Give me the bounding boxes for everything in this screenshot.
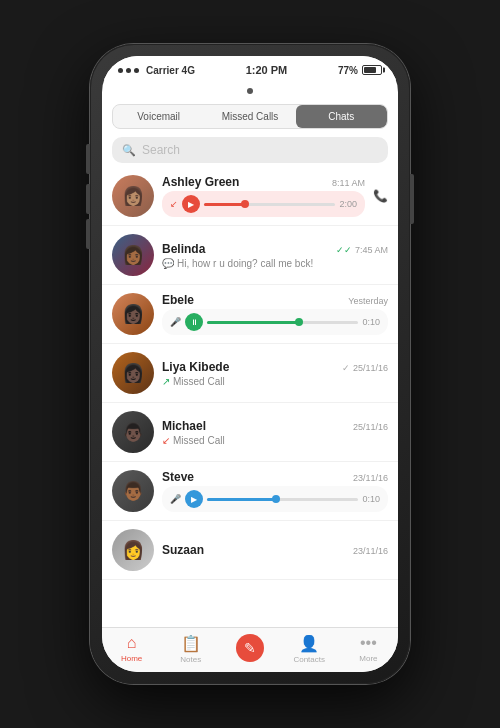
chat-icon-belinda: 💬 bbox=[162, 258, 174, 269]
camera-dot bbox=[247, 88, 253, 94]
status-left: Carrier 4G bbox=[118, 65, 195, 76]
chat-item-steve[interactable]: 👨🏾 Steve 23/11/16 🎤 ▶ 0:10 bbox=[102, 462, 398, 521]
chat-time-ebele: Yesterday bbox=[348, 296, 388, 306]
compose-icon[interactable]: ✎ bbox=[236, 634, 264, 662]
progress-dot-ashley bbox=[241, 200, 249, 208]
chat-item-michael[interactable]: 👨🏿 Michael 25/11/16 ↙ Missed Call bbox=[102, 403, 398, 462]
voice-duration-steve: 0:10 bbox=[362, 494, 380, 504]
more-icon: ••• bbox=[360, 634, 377, 652]
chat-content-belinda: Belinda ✓✓ 7:45 AM 💬 Hi, how r u doing? … bbox=[162, 242, 388, 269]
chat-time-ashley: 8:11 AM bbox=[332, 178, 365, 188]
progress-dot-steve bbox=[272, 495, 280, 503]
chat-time-suzaan: 23/11/16 bbox=[353, 546, 388, 556]
tab-chats[interactable]: Chats bbox=[296, 105, 387, 128]
chat-time-liya: ✓ 25/11/16 bbox=[342, 363, 388, 373]
avatar-liya: 👩🏿 bbox=[112, 352, 154, 394]
chat-content-ebele: Ebele Yesterday 🎤 ⏸ 0:10 bbox=[162, 293, 388, 335]
chat-preview-michael: ↙ Missed Call bbox=[162, 435, 388, 446]
read-tick-belinda: ✓✓ bbox=[336, 245, 352, 255]
chat-content-suzaan: Suzaan 23/11/16 bbox=[162, 543, 388, 557]
search-placeholder: Search bbox=[142, 143, 180, 157]
chat-preview-belinda: 💬 Hi, how r u doing? call me bck! bbox=[162, 258, 388, 269]
contacts-icon: 👤 bbox=[299, 634, 319, 653]
chat-time-steve: 23/11/16 bbox=[353, 473, 388, 483]
avatar-ebele: 👩🏿 bbox=[112, 293, 154, 335]
phone-frame: Carrier 4G 1:20 PM 77% Voicemail Missed … bbox=[90, 44, 410, 684]
battery-fill bbox=[364, 67, 376, 73]
search-bar[interactable]: 🔍 Search bbox=[112, 137, 388, 163]
play-button-ebele[interactable]: ⏸ bbox=[185, 313, 203, 331]
contacts-label: Contacts bbox=[293, 655, 325, 664]
progress-bar-steve bbox=[207, 498, 358, 501]
chat-name-liya: Liya Kibede bbox=[162, 360, 229, 374]
avatar-ashley: 👩🏽 bbox=[112, 175, 154, 217]
voice-duration-ashley: 2:00 bbox=[339, 199, 357, 209]
chat-content-ashley: Ashley Green 8:11 AM ↙ ▶ 2:00 bbox=[162, 175, 365, 217]
status-bar: Carrier 4G 1:20 PM 77% bbox=[102, 56, 398, 80]
voice-player-ebele: 🎤 ⏸ 0:10 bbox=[162, 309, 388, 335]
chat-name-ebele: Ebele bbox=[162, 293, 194, 307]
chat-content-michael: Michael 25/11/16 ↙ Missed Call bbox=[162, 419, 388, 446]
signal-dot-1 bbox=[118, 68, 123, 73]
mic-icon-steve: 🎤 bbox=[170, 494, 181, 504]
avatar-belinda: 👩🏾 bbox=[112, 234, 154, 276]
progress-bar-ebele bbox=[207, 321, 358, 324]
tab-bar: Voicemail Missed Calls Chats bbox=[112, 104, 388, 129]
signal-dot-3 bbox=[134, 68, 139, 73]
nav-compose[interactable]: ✎ bbox=[220, 634, 279, 664]
voice-player-steve: 🎤 ▶ 0:10 bbox=[162, 486, 388, 512]
tab-missed-calls[interactable]: Missed Calls bbox=[204, 105, 295, 128]
nav-more[interactable]: ••• More bbox=[339, 634, 398, 664]
signal-dot-2 bbox=[126, 68, 131, 73]
bottom-nav: ⌂ Home 📋 Notes ✎ 👤 Contacts ••• More bbox=[102, 627, 398, 672]
missed-call-icon-michael: ↙ bbox=[162, 435, 170, 446]
chat-name-suzaan: Suzaan bbox=[162, 543, 204, 557]
notes-icon: 📋 bbox=[181, 634, 201, 653]
chat-preview-liya: ↗ Missed Call bbox=[162, 376, 388, 387]
chat-item-liya[interactable]: 👩🏿 Liya Kibede ✓ 25/11/16 ↗ Missed Call bbox=[102, 344, 398, 403]
chat-time-belinda: ✓✓ 7:45 AM bbox=[336, 245, 388, 255]
chat-item-ebele[interactable]: 👩🏿 Ebele Yesterday 🎤 ⏸ 0:10 bbox=[102, 285, 398, 344]
progress-bar-ashley bbox=[204, 203, 335, 206]
chat-content-liya: Liya Kibede ✓ 25/11/16 ↗ Missed Call bbox=[162, 360, 388, 387]
chat-item-suzaan[interactable]: 👩 Suzaan 23/11/16 bbox=[102, 521, 398, 580]
status-right: 77% bbox=[338, 65, 382, 76]
progress-fill-steve bbox=[207, 498, 275, 501]
camera-area bbox=[102, 80, 398, 100]
home-icon: ⌂ bbox=[127, 634, 137, 652]
missed-call-arrow-ashley: ↙ bbox=[170, 199, 178, 209]
battery-pct: 77% bbox=[338, 65, 358, 76]
voice-player-ashley: ↙ ▶ 2:00 bbox=[162, 191, 365, 217]
progress-dot-ebele bbox=[295, 318, 303, 326]
outgoing-call-icon-liya: ↗ bbox=[162, 376, 170, 387]
chat-time-michael: 25/11/16 bbox=[353, 422, 388, 432]
chat-item-ashley[interactable]: 👩🏽 Ashley Green 8:11 AM ↙ ▶ 2:0 bbox=[102, 167, 398, 226]
play-button-ashley[interactable]: ▶ bbox=[182, 195, 200, 213]
tab-voicemail[interactable]: Voicemail bbox=[113, 105, 204, 128]
home-label: Home bbox=[121, 654, 142, 663]
call-icon-ashley[interactable]: 📞 bbox=[373, 189, 388, 203]
nav-contacts[interactable]: 👤 Contacts bbox=[280, 634, 339, 664]
time-display: 1:20 PM bbox=[246, 64, 288, 76]
progress-fill-ashley bbox=[204, 203, 243, 206]
chat-name-ashley: Ashley Green bbox=[162, 175, 239, 189]
search-icon: 🔍 bbox=[122, 144, 136, 157]
progress-fill-ebele bbox=[207, 321, 298, 324]
chat-item-belinda[interactable]: 👩🏾 Belinda ✓✓ 7:45 AM 💬 Hi, how r u doin… bbox=[102, 226, 398, 285]
phone-screen: Carrier 4G 1:20 PM 77% Voicemail Missed … bbox=[102, 56, 398, 672]
nav-home[interactable]: ⌂ Home bbox=[102, 634, 161, 664]
voice-duration-ebele: 0:10 bbox=[362, 317, 380, 327]
play-button-steve[interactable]: ▶ bbox=[185, 490, 203, 508]
chat-name-belinda: Belinda bbox=[162, 242, 205, 256]
more-label: More bbox=[359, 654, 377, 663]
nav-notes[interactable]: 📋 Notes bbox=[161, 634, 220, 664]
chat-list: 👩🏽 Ashley Green 8:11 AM ↙ ▶ 2:0 bbox=[102, 167, 398, 627]
carrier-label: Carrier 4G bbox=[146, 65, 195, 76]
notes-label: Notes bbox=[180, 655, 201, 664]
chat-name-michael: Michael bbox=[162, 419, 206, 433]
mic-icon-ebele: 🎤 bbox=[170, 317, 181, 327]
battery-icon bbox=[362, 65, 382, 75]
chat-content-steve: Steve 23/11/16 🎤 ▶ 0:10 bbox=[162, 470, 388, 512]
avatar-steve: 👨🏾 bbox=[112, 470, 154, 512]
avatar-suzaan: 👩 bbox=[112, 529, 154, 571]
